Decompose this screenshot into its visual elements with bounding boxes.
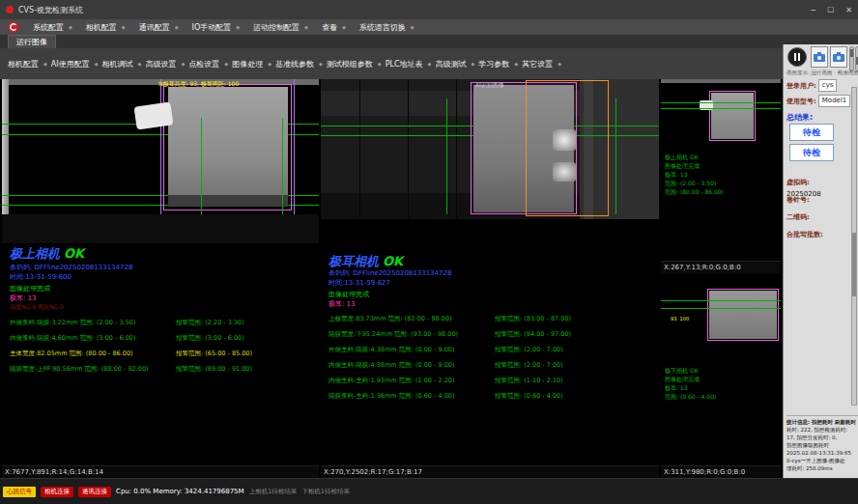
camera-icon (833, 52, 844, 62)
close-button[interactable]: ✕ (845, 6, 852, 14)
preview-line: 极下相机 OK (665, 366, 716, 375)
camera-capture-button-1[interactable] (811, 46, 828, 68)
preview-bottom[interactable]: 93 100 极下相机 OK 图像处理完成 极耳: 13 范围: (0.60 -… (661, 273, 781, 465)
overlay-line (201, 118, 202, 214)
menu-item-view[interactable]: 查看 (322, 22, 346, 33)
toolbar-camera-config[interactable]: 相机配置 (8, 59, 47, 70)
overlay-line (446, 98, 447, 214)
batch-label: 合批写批数: (786, 230, 823, 239)
menu-item-language[interactable]: 系统语言切换 (359, 22, 415, 33)
time-text: 时间:13-31-59-600 (10, 272, 72, 282)
measurement-row: 主体宽度:82.05mm 范围: (80.00 - 86.00)报警范围: (6… (10, 350, 317, 365)
toolbar-image-processing[interactable]: 图像处理 (232, 59, 272, 70)
measurement-value: 隔膜宽度-上PF:90.56mm 范围: (88.00 - 92.00) (10, 365, 176, 374)
overlay-line (661, 102, 781, 103)
preview-line: 极耳: 13 (665, 170, 724, 179)
stats-line: 耗时: 222, 拍照检测耗时: (786, 426, 858, 434)
machine-seam (456, 79, 457, 219)
window-title: CVS-视觉检测系统 (18, 5, 83, 15)
measurement-row: 隔膜浆料-主料:1.36mm 范围: (0.60 - 4.00)报警范围: (0… (329, 392, 657, 407)
overlay-line (661, 300, 781, 301)
machine-seam (359, 79, 360, 219)
app-window: CVS-视觉检测系统 ─ ☐ ✕ 系统配置 相机配置 通讯配置 IO手动配置 运… (0, 0, 858, 504)
status-text: 图像处理完成 (329, 290, 369, 299)
overlay-line (615, 98, 616, 214)
toolbar-ai-config[interactable]: AI使用配置 (51, 59, 99, 70)
toolbar-advanced-settings[interactable]: 高级设置 (145, 59, 185, 70)
left-view-coords: X:7677,Y:891;R:14;G:14;B:14 (2, 465, 319, 478)
pause-button[interactable] (787, 47, 807, 67)
measurement-value: 内侧浆料-隔膜:4.60mm 范围: (3.00 - 6.00) (10, 334, 176, 343)
toolbar-other-settings[interactable]: 其它设置 (522, 59, 561, 70)
vertical-slider-1[interactable] (849, 46, 854, 71)
app-logo-icon (6, 6, 14, 14)
heartbeat-badge: 心跳信号 (3, 487, 36, 497)
roi-rect-pink (709, 91, 756, 141)
stats-line: 2025.02.08-13:31:39:65 (786, 449, 858, 457)
toolbar-test-module-params[interactable]: 测试模组参数 (327, 59, 382, 70)
measure-label: 93 100 (671, 316, 689, 322)
pin-label: 卷针号: (786, 195, 810, 205)
toolbar-baseline-params[interactable]: 基准线参数 (275, 59, 323, 70)
minimize-button[interactable]: ─ (811, 6, 815, 14)
stats-line: 17, 拍照分发耗时: 0, (786, 434, 858, 441)
login-label: 登录用户: (786, 81, 816, 91)
preview-line: 极上相机 OK (665, 153, 724, 161)
menu-item-io-manual[interactable]: IO手动配置 (192, 22, 241, 33)
panel-scrollbar[interactable] (851, 87, 857, 406)
toolbar-spot-check[interactable]: 点检设置 (188, 59, 228, 70)
camera-icon (814, 52, 825, 62)
pause-icon (798, 53, 800, 61)
toolbar-advanced-test[interactable]: 高级测试 (435, 59, 474, 70)
result-title: 极耳相机OK (329, 251, 403, 270)
measurement-rows: 外侧浆料-隔膜:3.22mm 范围: (2.00 - 3.50)报警范围: (2… (10, 319, 317, 380)
overlay-line (661, 108, 781, 109)
alarm-range: 报警范围: (83.00 - 87.00) (495, 315, 571, 323)
scrollbar-thumb[interactable] (852, 233, 856, 296)
alarm-range: 报警范围: (2.00 - 7.00) (495, 346, 563, 354)
measurement-value: 外侧主料-隔膜:4.38mm 范围: (0.00 - 9.00) (329, 346, 495, 354)
machine-part (2, 79, 9, 224)
highlight-spot (553, 162, 576, 182)
measurement-value: 外侧浆料-隔膜:3.22mm 范围: (2.00 - 3.50) (10, 319, 176, 327)
measurement-row: 外侧浆料-隔膜:3.22mm 范围: (2.00 - 3.50)报警范围: (2… (10, 319, 317, 334)
maximize-button[interactable]: ☐ (827, 6, 834, 14)
slider-thumb[interactable] (850, 49, 853, 57)
camera-name: 极上相机 (10, 246, 60, 261)
stats-block: 统计信息: 拍照耗时 刷新耗时 耗时: 222, 拍照检测耗时: 17, 拍照分… (786, 415, 858, 472)
preview-line: 图像处理完成 (665, 161, 724, 170)
toolbar-camera-debug[interactable]: 相机调试 (102, 59, 142, 70)
upper-camera-status: 上相机1待检结果 (249, 488, 298, 496)
title-bar: CVS-视觉检测系统 ─ ☐ ✕ (0, 0, 858, 19)
measurement-row: 上极宽度:83.73mm 范围: (82.00 - 88.00)报警范围: (8… (329, 315, 657, 330)
measure-label: N极耳高度: 93, 极耳间距: 100 (158, 80, 239, 89)
menu-item-comm-config[interactable]: 通讯配置 (139, 22, 179, 33)
measurement-rows: 上极宽度:83.73mm 范围: (82.00 - 88.00)报警范围: (8… (329, 315, 657, 407)
preview-top[interactable]: 极上相机 OK 图像处理完成 极耳: 13 范围: (2.00 - 3.50) … (661, 79, 781, 261)
machine-part (661, 79, 781, 83)
result-ok: OK (64, 246, 84, 261)
menu-item-system-config[interactable]: 系统配置 (33, 22, 72, 33)
toolbar-learning-params[interactable]: 学习参数 (478, 59, 518, 70)
camera-capture-button-2[interactable] (830, 46, 847, 68)
model-select[interactable]: Model1 (818, 95, 850, 107)
toolbar: 相机配置 AI使用配置 相机调试 高级设置 点检设置 图像处理 基准线参数 测试… (0, 48, 783, 79)
left-camera-view[interactable]: N极耳高度: 93, 极耳间距: 100 极上相机OK 条码码: DFFline… (2, 79, 319, 465)
menu-bar: 系统配置 相机配置 通讯配置 IO手动配置 运动控制配置 查看 系统语言切换 (0, 19, 858, 35)
overlay-line (661, 308, 781, 309)
preview-line: 范围: (2.00 - 3.50) (665, 179, 724, 187)
preview-line: 图像处理完成 (665, 375, 716, 383)
tab-run-image[interactable]: 运行图像 (8, 35, 56, 49)
menu-item-motion-control[interactable]: 运动控制配置 (253, 22, 308, 33)
tab-bar: 运行图像 (0, 35, 858, 48)
vcode-row: 虚拟码: 20250208 (786, 170, 821, 198)
right-camera-view[interactable]: AI识别图像 极耳相机OK 条码码: DFFline20250208133134… (321, 79, 659, 465)
login-value: cys (818, 79, 838, 92)
brand-logo-icon (8, 21, 19, 33)
measurement-row: 内侧浆料-隔膜:4.60mm 范围: (3.00 - 6.00)报警范围: (3… (10, 334, 317, 350)
ng-count-text: 高度NG:0 间距NG:0 (10, 303, 64, 312)
alarm-range: 报警范围: (2.20 - 3.30) (176, 319, 244, 327)
menu-item-camera-config[interactable]: 相机配置 (86, 22, 126, 33)
stats-line: 理耗时: 258.09ms (786, 464, 858, 472)
toolbar-plc-address[interactable]: PLC地址表 (386, 59, 432, 70)
